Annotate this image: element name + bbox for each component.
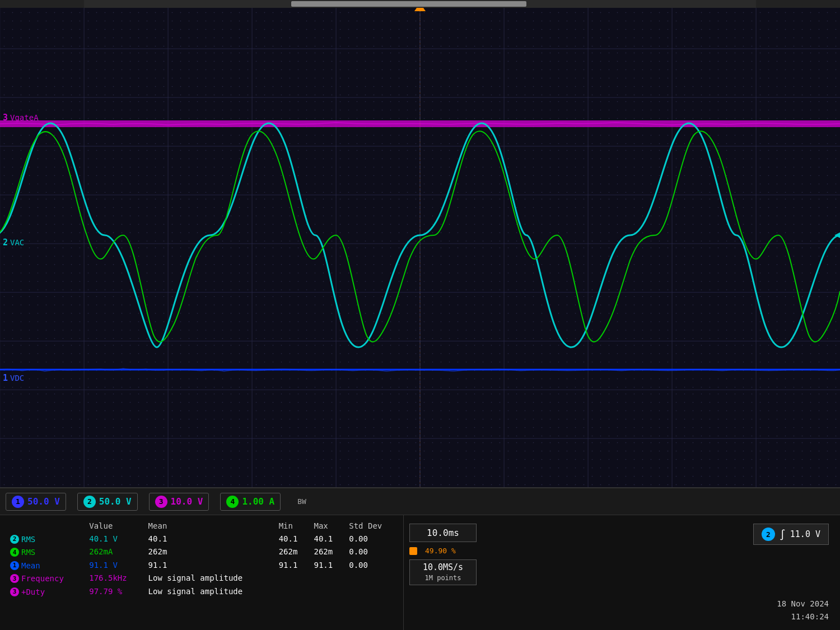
stats-stddev-4: [344, 585, 398, 598]
ch-info-right: 2 ∫ 11.0 V 18 Nov 2024 11:40:24: [627, 515, 840, 630]
oscilloscope: 3 VgateA 2 VAC 1 VDC 1 50.0 V 2 50.0 V: [0, 0, 840, 630]
stats-row-3: 3 Frequency 176.5kHzLow signal amplitude: [6, 572, 398, 585]
ch4-scale-value: 1.00 A: [242, 496, 274, 507]
ch3-number: 3: [155, 496, 167, 508]
stat-ch-badge-1: 4: [10, 548, 19, 557]
stats-value-0: 40.1 V: [85, 532, 143, 545]
stats-min-0: 40.1: [274, 532, 310, 545]
stats-stddev-0: 0.00: [344, 532, 398, 545]
stats-stddev-2: 0.00: [344, 558, 398, 572]
stats-row-4: 3 +Duty 97.79 %Low signal amplitude: [6, 585, 398, 598]
stat-label-text-3: Frequency: [21, 574, 64, 583]
ch2-coupling-box[interactable]: 2 ∫ 11.0 V: [753, 524, 829, 545]
oscilloscope-display: 3 VgateA 2 VAC 1 VDC: [0, 0, 840, 487]
coupling-value: 11.0 V: [790, 529, 820, 539]
sample-rate-row: 10.0MS/s 1M points: [409, 559, 622, 585]
ch4-number: 4: [226, 496, 239, 508]
stats-row-1: 4 RMS 262mA262m262m262m0.00: [6, 545, 398, 559]
trigger-indicator: [409, 547, 417, 555]
stats-label-4: 3 +Duty: [6, 585, 85, 598]
stat-ch-badge-0: 2: [10, 535, 19, 544]
stats-stddev-1: 0.00: [344, 545, 398, 559]
svg-text:3: 3: [3, 113, 8, 123]
timebase-row: 10.0ms: [409, 524, 622, 542]
stats-label-1: 4 RMS: [6, 545, 85, 559]
waveform-canvas: 3 VgateA 2 VAC 1 VDC: [0, 0, 840, 487]
trigger-pct: 49.90 %: [425, 547, 456, 555]
stat-label-text-1: RMS: [21, 548, 35, 557]
svg-rect-31: [291, 1, 526, 7]
stats-value-4: 97.79 %: [85, 585, 143, 598]
stats-header-stddev: Std Dev: [344, 520, 398, 532]
stats-header-value: Value: [85, 520, 143, 532]
stats-label-3: 3 Frequency: [6, 572, 85, 585]
svg-text:1: 1: [3, 373, 8, 383]
ch2-scale[interactable]: 2 50.0 V: [77, 493, 138, 511]
ch4-scale[interactable]: 4 1.00 A: [220, 493, 281, 511]
stats-header-mean: Mean: [144, 520, 274, 532]
channel-scales-row: 1 50.0 V 2 50.0 V 3 10.0 V 4 1.00 A BW: [0, 488, 840, 515]
stat-label-text-0: RMS: [21, 535, 35, 544]
stats-value-1: 262mA: [85, 545, 143, 559]
stats-mean-2: 91.1: [144, 558, 274, 572]
stats-row-0: 2 RMS 40.1 V40.140.140.10.00: [6, 532, 398, 545]
svg-text:VgateA: VgateA: [10, 113, 39, 122]
bottom-panel: 1 50.0 V 2 50.0 V 3 10.0 V 4 1.00 A BW: [0, 487, 840, 630]
stats-table: Value Mean Min Max Std Dev 2 RMS 40.1 V4…: [0, 515, 403, 630]
coupling-symbol: ∫: [780, 529, 786, 540]
ch1-scale[interactable]: 1 50.0 V: [6, 493, 66, 511]
stats-header-min: Min: [274, 520, 310, 532]
points-val: 1M points: [424, 574, 461, 582]
stats-mean-1: 262m: [144, 545, 274, 559]
ch3-scale-value: 10.0 V: [171, 496, 203, 507]
stat-label-text-4: +Duty: [21, 587, 45, 596]
stats-label-0: 2 RMS: [6, 532, 85, 545]
stats-mean-3: Low signal amplitude: [144, 572, 274, 585]
bw-badge: BW: [297, 497, 306, 506]
stats-min-3: [274, 572, 310, 585]
ch1-number: 1: [12, 496, 24, 508]
stats-value-2: 91.1 V: [85, 558, 143, 572]
trigger-pct-row: 49.90 %: [409, 547, 622, 555]
stats-max-3: [309, 572, 344, 585]
stats-max-0: 40.1: [309, 532, 344, 545]
datetime-display: 18 Nov 2024 11:40:24: [777, 598, 829, 623]
ch2-scale-value: 50.0 V: [99, 496, 132, 507]
stats-value-3: 176.5kHz: [85, 572, 143, 585]
stats-max-1: 262m: [309, 545, 344, 559]
stats-max-2: 91.1: [309, 558, 344, 572]
time-controls: 10.0ms 49.90 % 10.0MS/s 1M points: [403, 515, 627, 630]
time-display: 11:40:24: [777, 610, 829, 623]
time-div-box[interactable]: 10.0ms: [409, 524, 477, 542]
stat-label-text-2: Mean: [21, 561, 40, 570]
stats-max-4: [309, 585, 344, 598]
stats-label-2: 1 Mean: [6, 558, 85, 572]
sample-rate-val: 10.0MS/s: [423, 562, 463, 572]
stats-area: Value Mean Min Max Std Dev 2 RMS 40.1 V4…: [0, 515, 840, 630]
stat-ch-badge-4: 3: [10, 587, 19, 596]
stats-header-label: [6, 520, 85, 532]
stat-ch-badge-2: 1: [10, 561, 19, 570]
stats-header-max: Max: [309, 520, 344, 532]
stats-mean-0: 40.1: [144, 532, 274, 545]
date-display: 18 Nov 2024: [777, 598, 829, 610]
svg-text:VAC: VAC: [10, 238, 24, 247]
stat-ch-badge-3: 3: [10, 574, 19, 583]
stats-stddev-3: [344, 572, 398, 585]
ch1-scale-value: 50.0 V: [27, 496, 60, 507]
svg-text:2: 2: [3, 237, 8, 248]
ch2-number: 2: [83, 496, 96, 508]
stats-min-2: 91.1: [274, 558, 310, 572]
stats-mean-4: Low signal amplitude: [144, 585, 274, 598]
stats-min-1: 262m: [274, 545, 310, 559]
stats-min-4: [274, 585, 310, 598]
ch3-scale[interactable]: 3 10.0 V: [149, 493, 209, 511]
svg-text:VDC: VDC: [10, 374, 24, 382]
coupling-ch-num: 2: [762, 528, 775, 541]
stats-row-2: 1 Mean 91.1 V91.191.191.10.00: [6, 558, 398, 572]
sample-rate-box[interactable]: 10.0MS/s 1M points: [409, 559, 477, 585]
